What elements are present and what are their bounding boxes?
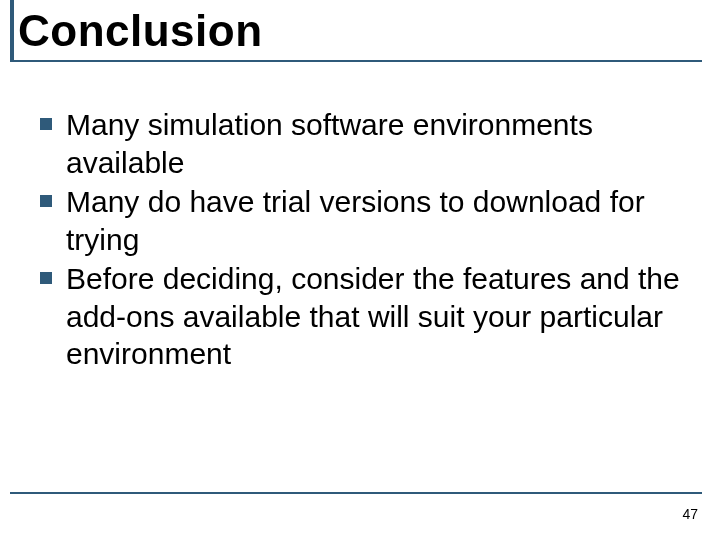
bottom-rule: [10, 492, 702, 494]
bullet-item: Many do have trial versions to download …: [40, 183, 696, 258]
left-accent-bar: [10, 0, 14, 60]
bullet-item: Before deciding, consider the features a…: [40, 260, 696, 373]
bullet-item: Many simulation software environments av…: [40, 106, 696, 181]
bullet-text: Many simulation software environments av…: [66, 106, 696, 181]
bullet-square-icon: [40, 195, 52, 207]
slide-title: Conclusion: [18, 6, 263, 56]
slide-body: Many simulation software environments av…: [40, 106, 696, 375]
bullet-text: Many do have trial versions to download …: [66, 183, 696, 258]
title-underline: [10, 60, 702, 62]
slide: Conclusion Many simulation software envi…: [0, 0, 720, 540]
page-number: 47: [682, 506, 698, 522]
bullet-text: Before deciding, consider the features a…: [66, 260, 696, 373]
bullet-square-icon: [40, 272, 52, 284]
bullet-square-icon: [40, 118, 52, 130]
